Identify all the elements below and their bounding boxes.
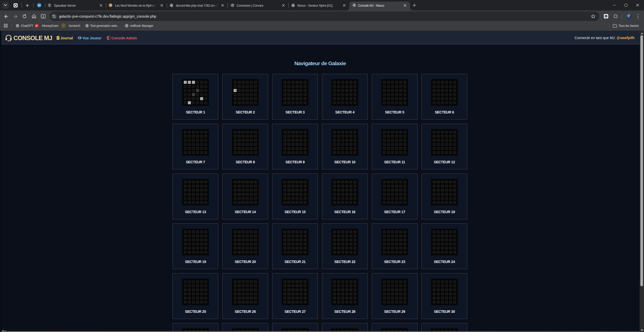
svg-text:W: W <box>38 3 41 7</box>
